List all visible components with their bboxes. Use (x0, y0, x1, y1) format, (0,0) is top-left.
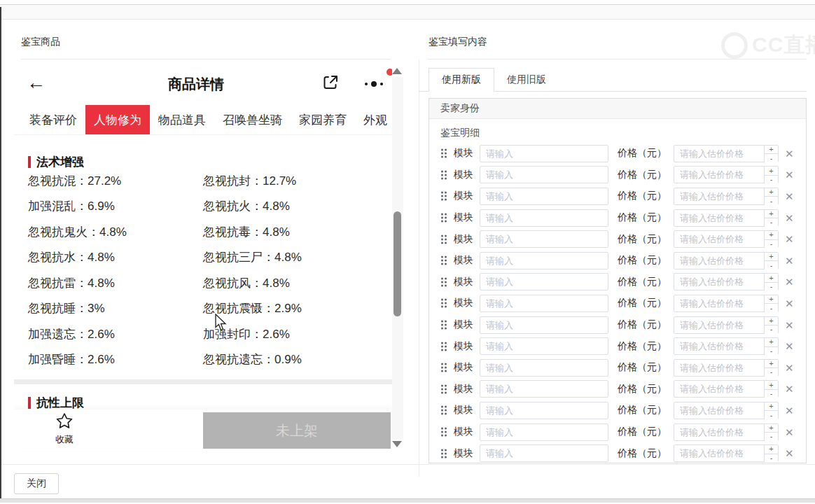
module-input[interactable] (480, 424, 608, 441)
decrease-button[interactable]: - (765, 390, 778, 398)
delete-row-icon[interactable]: ✕ (785, 276, 794, 287)
increase-button[interactable]: + (765, 146, 778, 155)
product-tab-家园养育[interactable]: 家园养育 (291, 105, 355, 134)
product-tab-装备评价[interactable]: 装备评价 (21, 105, 85, 134)
increase-button[interactable]: + (765, 231, 778, 240)
product-tab-人物修为[interactable]: 人物修为 (85, 105, 150, 134)
module-input[interactable] (480, 188, 608, 205)
decrease-button[interactable]: - (765, 347, 778, 356)
close-button[interactable]: 关闭 (14, 473, 59, 494)
delete-row-icon[interactable]: ✕ (785, 255, 794, 266)
price-input[interactable] (674, 424, 762, 440)
drag-handle-icon[interactable] (440, 342, 447, 351)
delete-row-icon[interactable]: ✕ (785, 298, 794, 309)
drag-handle-icon[interactable] (440, 449, 447, 458)
product-tab-外观[interactable]: 外观 (355, 105, 392, 134)
more-options-icon[interactable] (357, 74, 391, 94)
decrease-button[interactable]: - (765, 433, 778, 441)
decrease-button[interactable]: - (765, 197, 778, 205)
module-input[interactable] (480, 145, 608, 162)
delete-row-icon[interactable]: ✕ (785, 341, 794, 351)
drag-handle-icon[interactable] (440, 384, 447, 394)
decrease-button[interactable]: - (765, 240, 778, 248)
increase-button[interactable]: + (765, 338, 778, 347)
decrease-button[interactable]: - (765, 176, 778, 184)
drag-handle-icon[interactable] (440, 427, 447, 437)
drag-handle-icon[interactable] (440, 320, 447, 330)
delete-row-icon[interactable]: ✕ (785, 234, 794, 244)
increase-button[interactable]: + (765, 424, 778, 433)
increase-button[interactable]: + (765, 167, 778, 176)
tab-old-version[interactable]: 使用旧版 (494, 68, 559, 92)
drag-handle-icon[interactable] (440, 277, 447, 287)
price-input[interactable] (674, 295, 762, 312)
increase-button[interactable]: + (765, 210, 778, 219)
increase-button[interactable]: + (765, 402, 778, 412)
decrease-button[interactable]: - (765, 218, 778, 227)
increase-button[interactable]: + (765, 253, 778, 262)
module-input[interactable] (480, 380, 608, 398)
price-input[interactable] (674, 445, 762, 461)
drag-handle-icon[interactable] (440, 298, 447, 308)
module-input[interactable] (480, 209, 608, 227)
decrease-button[interactable]: - (765, 304, 778, 312)
increase-button[interactable]: + (765, 188, 778, 197)
delete-row-icon[interactable]: ✕ (785, 448, 794, 458)
drag-handle-icon[interactable] (440, 255, 447, 265)
module-input[interactable] (480, 316, 608, 334)
price-input[interactable] (674, 402, 762, 419)
delete-row-icon[interactable]: ✕ (785, 191, 794, 202)
price-input[interactable] (674, 188, 762, 204)
increase-button[interactable]: + (765, 274, 778, 283)
delete-row-icon[interactable]: ✕ (785, 169, 794, 180)
module-input[interactable] (480, 273, 608, 290)
favorite-button[interactable]: 收藏 (45, 412, 84, 446)
increase-button[interactable]: + (765, 381, 778, 390)
increase-button[interactable]: + (765, 317, 778, 326)
increase-button[interactable]: + (765, 295, 778, 304)
price-input[interactable] (674, 360, 762, 376)
decrease-button[interactable]: - (765, 326, 778, 334)
module-input[interactable] (480, 230, 608, 248)
scroll-down-arrow[interactable] (392, 441, 402, 447)
module-input[interactable] (480, 444, 608, 462)
module-input[interactable] (480, 252, 608, 270)
drag-handle-icon[interactable] (440, 170, 447, 180)
drag-handle-icon[interactable] (440, 405, 447, 415)
drag-handle-icon[interactable] (440, 363, 447, 372)
tab-new-version[interactable]: 使用新版 (429, 68, 494, 92)
drag-handle-icon[interactable] (440, 234, 447, 244)
drag-handle-icon[interactable] (440, 148, 447, 158)
decrease-button[interactable]: - (765, 368, 778, 377)
price-input[interactable] (674, 317, 762, 333)
price-input[interactable] (674, 381, 762, 397)
not-listed-button[interactable]: 未上架 (203, 412, 391, 449)
price-input[interactable] (674, 210, 762, 226)
price-input[interactable] (674, 338, 762, 354)
scroll-up-arrow[interactable] (392, 68, 402, 74)
decrease-button[interactable]: - (765, 261, 778, 270)
delete-row-icon[interactable]: ✕ (785, 320, 794, 330)
price-input[interactable] (674, 253, 762, 269)
delete-row-icon[interactable]: ✕ (785, 148, 794, 159)
module-input[interactable] (480, 166, 608, 183)
price-input[interactable] (674, 167, 762, 183)
module-input[interactable] (480, 337, 608, 355)
module-input[interactable] (480, 295, 608, 312)
price-input[interactable] (674, 231, 762, 247)
delete-row-icon[interactable]: ✕ (785, 405, 794, 416)
share-icon[interactable] (322, 74, 339, 91)
product-tab-物品道具[interactable]: 物品道具 (150, 105, 214, 134)
product-tab-召唤兽坐骑[interactable]: 召唤兽坐骑 (214, 105, 291, 134)
increase-button[interactable]: + (765, 360, 778, 369)
module-input[interactable] (480, 359, 608, 377)
drag-handle-icon[interactable] (440, 213, 447, 223)
delete-row-icon[interactable]: ✕ (785, 213, 794, 223)
increase-button[interactable]: + (765, 445, 778, 454)
decrease-button[interactable]: - (765, 411, 778, 419)
delete-row-icon[interactable]: ✕ (785, 363, 794, 373)
delete-row-icon[interactable]: ✕ (785, 384, 794, 394)
price-input[interactable] (674, 274, 762, 290)
decrease-button[interactable]: - (765, 454, 778, 463)
module-input[interactable] (480, 402, 608, 419)
